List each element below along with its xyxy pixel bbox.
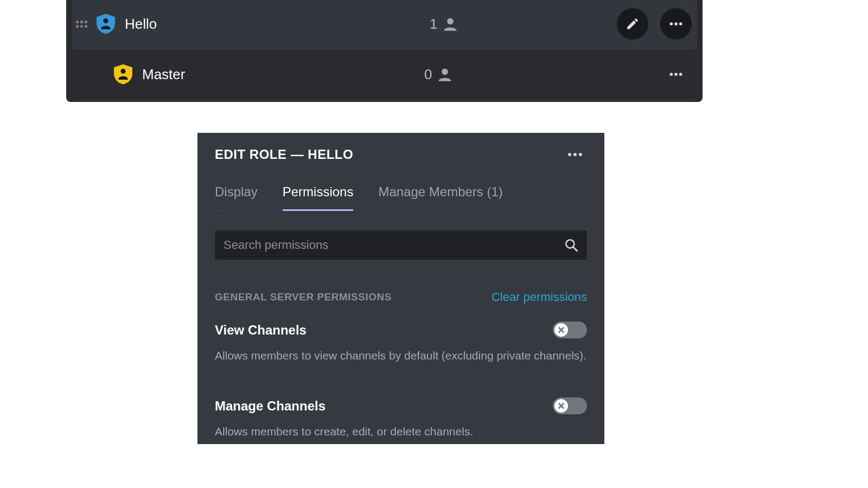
svg-point-11 [573, 153, 577, 156]
svg-point-12 [579, 153, 582, 156]
svg-point-9 [679, 73, 682, 76]
dots-icon [669, 67, 683, 81]
permission-name: Manage Channels [215, 399, 326, 414]
edit-role-panel: EDIT ROLE — HELLO Display Permissions Ma… [197, 133, 604, 444]
search-permissions-wrap [215, 230, 587, 260]
svg-line-14 [573, 247, 577, 251]
role-row-actions [617, 8, 692, 40]
role-member-count: 1 [430, 16, 458, 33]
person-icon [437, 67, 452, 82]
role-divider [74, 99, 695, 100]
tab-manage-members[interactable]: Manage Members (1) [378, 184, 502, 210]
tab-permissions[interactable]: Permissions [283, 184, 354, 210]
svg-point-5 [120, 69, 125, 74]
svg-point-7 [670, 73, 673, 76]
x-icon [557, 326, 565, 334]
tab-display[interactable]: Display [215, 184, 258, 210]
role-name-label: Hello [125, 16, 157, 33]
x-icon [557, 402, 565, 410]
edit-role-header: EDIT ROLE — HELLO [215, 146, 587, 163]
role-row-actions [660, 59, 692, 90]
role-more-button[interactable] [660, 59, 692, 90]
edit-role-more-button[interactable] [563, 146, 587, 163]
role-member-count-value: 0 [424, 66, 432, 83]
permissions-section-label: GENERAL SERVER PERMISSIONS [215, 291, 392, 303]
toggle-knob [554, 323, 568, 337]
svg-point-2 [670, 22, 673, 25]
role-member-count-value: 1 [430, 16, 437, 33]
svg-point-6 [442, 69, 449, 75]
dots-icon [567, 152, 583, 157]
svg-point-10 [568, 153, 571, 156]
person-icon [443, 16, 458, 31]
search-icon [564, 238, 578, 252]
permission-toggle[interactable] [553, 322, 587, 338]
roles-list-panel: Edit Hello 1 Master [66, 0, 703, 102]
permission-description: Allows members to create, edit, or delet… [215, 424, 587, 439]
clear-permissions-button[interactable]: Clear permissions [492, 290, 587, 304]
drag-handle-icon[interactable] [76, 21, 88, 28]
pencil-icon [626, 17, 640, 31]
svg-point-0 [103, 18, 108, 23]
permission-toggle[interactable] [553, 397, 587, 414]
toggle-knob [554, 399, 568, 413]
permission-name: View Channels [215, 323, 307, 338]
svg-point-4 [679, 22, 682, 25]
edit-role-title: EDIT ROLE — HELLO [215, 147, 353, 162]
role-row-hello[interactable]: Hello 1 [72, 0, 697, 49]
role-row-master[interactable]: Master 0 [66, 49, 703, 99]
edit-role-button[interactable] [617, 8, 648, 40]
svg-point-3 [674, 22, 678, 25]
permission-item-manage-channels: Manage Channels Allows members to create… [215, 397, 587, 439]
svg-point-1 [448, 18, 454, 25]
permissions-section-header: GENERAL SERVER PERMISSIONS Clear permiss… [215, 290, 587, 304]
shield-icon [97, 14, 115, 34]
svg-point-8 [674, 73, 678, 76]
role-more-button[interactable] [660, 8, 692, 40]
permission-item-view-channels: View Channels Allows members to view cha… [215, 322, 587, 380]
edit-role-tabs: Display Permissions Manage Members (1) [215, 184, 587, 211]
dots-icon [669, 17, 683, 31]
permission-description: Allows members to view channels by defau… [215, 348, 587, 363]
search-permissions-input[interactable] [224, 238, 564, 252]
shield-icon [114, 64, 132, 85]
role-member-count: 0 [424, 66, 452, 83]
role-name-label: Master [142, 66, 185, 83]
